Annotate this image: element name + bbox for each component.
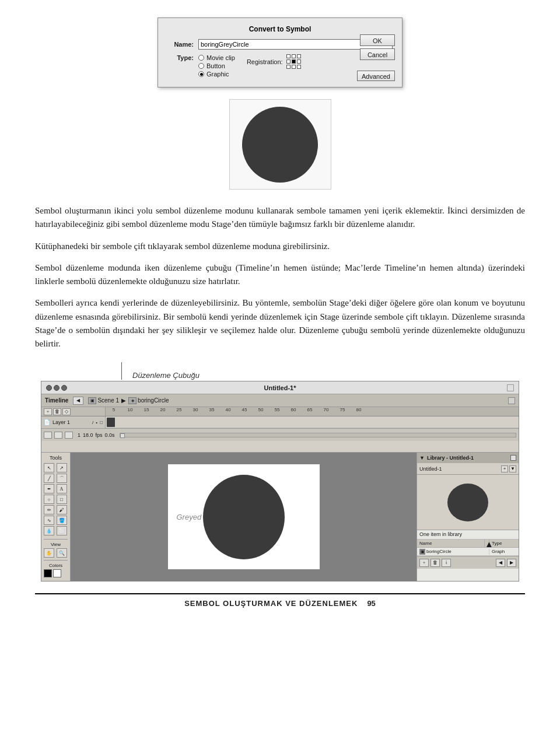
timeline-label: Timeline <box>45 397 68 404</box>
footer-page-number: 95 <box>367 599 375 608</box>
tool-eraser[interactable]: ⬜ <box>57 526 67 535</box>
time-value: 0.0s <box>105 432 115 438</box>
tool-pen[interactable]: ✒ <box>44 484 54 493</box>
tool-pencil[interactable]: ✏ <box>44 505 54 514</box>
library-footer: + 🗑 i ◀ ▶ <box>417 556 519 569</box>
reg-dot-bm[interactable] <box>292 65 296 69</box>
crumb-separator: ▶ <box>121 397 126 404</box>
colors-label: Colors <box>44 563 68 568</box>
registration-grid[interactable] <box>286 54 302 69</box>
reg-dot-tm[interactable] <box>292 54 296 58</box>
symbol-crumb[interactable]: ◈ boringCircle <box>128 397 169 404</box>
tool-oval[interactable]: ○ <box>44 495 54 504</box>
tool-rect[interactable]: □ <box>57 495 67 504</box>
tool-line[interactable]: ╱ <box>44 474 54 483</box>
timeline-options-btn[interactable] <box>508 397 515 404</box>
stroke-color[interactable] <box>44 569 52 577</box>
window-icon[interactable] <box>507 384 514 391</box>
radio-button[interactable]: Button <box>198 62 235 69</box>
reg-dot-bl[interactable] <box>286 65 290 69</box>
reg-dot-tr[interactable] <box>297 54 301 58</box>
tool-lasso[interactable]: ⌒ <box>57 474 67 483</box>
library-header: ▼ Library - Untitled-1 <box>417 453 519 463</box>
timeline-toggle-btn[interactable]: ◀ <box>73 397 83 405</box>
library-tab-btns: + ▼ <box>501 465 516 472</box>
lib-preview-circle <box>447 484 488 521</box>
close-control[interactable] <box>46 385 52 391</box>
tool-subselect[interactable]: ↗ <box>57 463 67 472</box>
minimize-control[interactable] <box>54 385 60 391</box>
tool-hand[interactable]: ✋ <box>44 548 54 558</box>
timeline-header: Timeline ◀ ▣ Scene 1 ▶ ◈ boringCircle <box>41 394 519 407</box>
ruler-5: 5 <box>106 407 122 416</box>
tool-text[interactable]: A <box>57 484 67 493</box>
view-label: View <box>44 542 68 547</box>
ruler-65: 65 <box>302 407 318 416</box>
onion-outlines-btn[interactable] <box>54 432 62 439</box>
lib-scroll-area: ◀ <box>496 559 505 567</box>
convert-to-symbol-dialog: Convert to Symbol Name: Type: Movie clip… <box>158 17 402 87</box>
lib-options-btn[interactable]: ▼ <box>509 465 516 472</box>
tool-paint[interactable]: 🪣 <box>57 516 67 525</box>
lib-scroll-left[interactable]: ◀ <box>496 559 505 567</box>
radio-circle-movie <box>198 55 204 61</box>
lib-scroll-right[interactable]: ▶ <box>507 559 516 567</box>
footer-chapter-text: SEMBOL OLUŞTURMAK VE DÜZENLEMEK <box>184 599 358 608</box>
lib-delete-btn[interactable]: 🗑 <box>430 559 440 567</box>
flash-main-area: Tools ↖ ↗ ╱ ⌒ ✒ A ○ □ ✏ 🖌 ∿ 🪣 � <box>41 453 519 581</box>
layer-controls-header: + 🗑 ◇ <box>41 407 106 416</box>
scene1-label: Scene 1 <box>97 397 119 404</box>
radio-label-movie: Movie clip <box>206 54 235 61</box>
lib-name-col-header: Name <box>417 540 485 547</box>
scrubber-handle[interactable] <box>120 433 125 438</box>
reg-dot-mr[interactable] <box>297 59 301 64</box>
lib-new-symbol-btn[interactable]: + <box>501 465 508 472</box>
add-motion-guide-btn[interactable]: ◇ <box>62 408 71 415</box>
ok-button[interactable]: OK <box>360 34 395 46</box>
reg-dot-br[interactable] <box>297 65 301 69</box>
maximize-control[interactable] <box>61 385 67 391</box>
type-radio-group: Movie clip Button Graphic <box>198 54 235 78</box>
advanced-button[interactable]: Advanced <box>357 71 395 81</box>
tools-panel: Tools ↖ ↗ ╱ ⌒ ✒ A ○ □ ✏ 🖌 ∿ 🪣 � <box>41 453 71 581</box>
tool-eyedropper[interactable]: 💧 <box>44 526 54 535</box>
name-label: Name: <box>167 41 194 48</box>
delete-layer-btn[interactable]: 🗑 <box>53 408 61 415</box>
modify-onion-btn[interactable] <box>65 432 73 439</box>
canvas-area: Greyed out <box>71 453 416 581</box>
canvas-circle <box>203 475 285 559</box>
paragraph-2: Kütüphanedeki bir sembole çift tıklayara… <box>35 240 525 253</box>
radio-circle-graphic <box>198 71 204 77</box>
lib-item-name-text: boringCircle <box>426 549 452 554</box>
symbol-label: boringCircle <box>138 397 169 404</box>
color-swatches <box>44 569 68 577</box>
ruler-60: 60 <box>285 407 302 416</box>
layer1-frames[interactable] <box>106 416 519 428</box>
onion-skin-btn[interactable] <box>44 432 52 439</box>
scrubber-bar[interactable] <box>120 433 516 437</box>
library-item-row[interactable]: ▣ boringCircle Graph <box>417 548 519 556</box>
tool-zoom[interactable]: 🔍 <box>57 548 67 558</box>
radio-graphic[interactable]: Graphic <box>198 71 235 78</box>
lib-new-btn[interactable]: + <box>419 559 429 567</box>
reg-dot-center[interactable] <box>292 59 296 64</box>
ruler-50: 50 <box>253 407 269 416</box>
library-options-btn[interactable] <box>510 455 516 461</box>
radio-movie-clip[interactable]: Movie clip <box>198 54 235 61</box>
new-layer-btn[interactable]: + <box>44 408 52 415</box>
cancel-button[interactable]: Cancel <box>360 48 395 60</box>
ruler-70: 70 <box>318 407 334 416</box>
reg-dot-tl[interactable] <box>286 54 290 58</box>
library-tab-label: Untitled-1 <box>419 466 442 472</box>
scene1-crumb[interactable]: ▣ Scene 1 <box>88 397 119 404</box>
canvas-inner[interactable]: Greyed out <box>168 464 320 569</box>
fps-value: 18.0 <box>83 432 93 438</box>
tool-brush[interactable]: 🖌 <box>57 505 67 514</box>
lib-props-btn[interactable]: i <box>442 559 451 567</box>
tool-arrow[interactable]: ↖ <box>44 463 54 472</box>
layer-outline-icon: □ <box>100 420 103 425</box>
view-grid: ✋ 🔍 <box>44 548 68 558</box>
fill-color[interactable] <box>53 569 61 577</box>
tool-ink[interactable]: ∿ <box>44 516 54 525</box>
reg-dot-ml[interactable] <box>286 59 290 64</box>
